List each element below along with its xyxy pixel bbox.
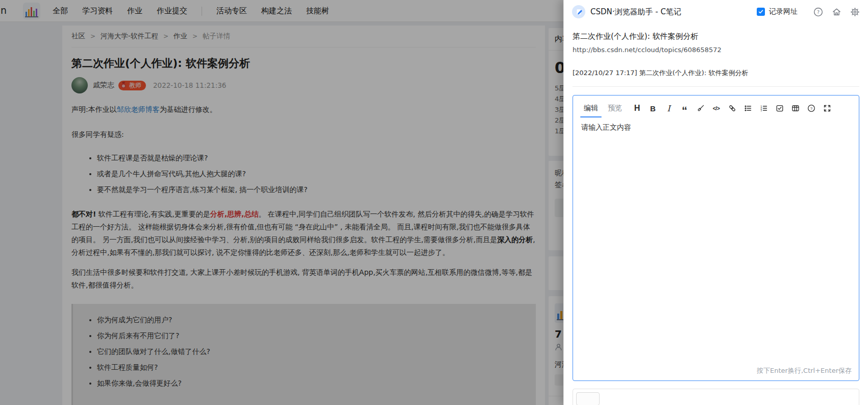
analysis-lead-bold: 都不对! — [71, 210, 96, 218]
sidebar-content-card: 内容 0 5星 4星 3星 2星 1星 — [549, 28, 563, 156]
tab-edit[interactable]: 编辑 — [581, 104, 601, 113]
breadcrumb-hohai-software[interactable]: 河海大学-软件工程 — [101, 32, 158, 41]
panel-header: CSDN·浏览器助手 - C笔记 记录网址 ? — [564, 0, 868, 23]
cnote-logo-icon — [572, 5, 585, 18]
community-thumbnail-image — [555, 303, 563, 323]
svg-text:3: 3 — [760, 109, 762, 112]
rating-row: 4星 — [555, 93, 563, 104]
editor-content-area[interactable]: 请输入正文内容 — [573, 115, 859, 140]
breadcrumb-community[interactable]: 社区 — [71, 32, 85, 41]
declaration-suffix: 为基础进行修改。 — [160, 105, 217, 113]
quote-block: 你为何成为它们的用户? 你为何后来有不用它们了? 它们的团队做对了什么,做错了什… — [71, 304, 536, 405]
note-timestamp: [2022/10/27 17:17] 第二次作业(个人作业): 软件案例分析 — [573, 68, 859, 78]
note-title: 第二次作业(个人作业): 软件案例分析 — [573, 32, 859, 41]
breadcrumb-separator: > — [192, 33, 197, 40]
community-name: 河海大学-软件工程 — [549, 360, 563, 369]
rating-row: 3星 — [555, 104, 563, 115]
editor-save-hint: 按下Enter换行,Ctrl+Enter保存 — [757, 366, 852, 375]
editor-help-button[interactable]: ? — [803, 102, 819, 115]
add-tag-chip[interactable] — [576, 392, 600, 405]
csdn-logo-fragment: n — [1, 5, 7, 16]
editor-toolbar: 编辑 预览 H B I “ </> — [573, 96, 859, 115]
sidebar-field-signature: 签名 — [549, 179, 563, 190]
bold-button[interactable]: B — [645, 102, 661, 115]
teacher-badge: 教师 — [118, 81, 146, 90]
sidebar-card-title: 内容 — [555, 34, 563, 44]
author-name[interactable]: 戚荣志 — [93, 81, 114, 90]
zouxin-blog-link[interactable]: 邹欣老师博客 — [117, 105, 160, 113]
analysis-paragraph: 都不对! 软件工程有理论,有实践,更重要的是分析,思辨,总结。 在课程中,同学们… — [71, 208, 536, 259]
list-item: 如果你来做,会做得更好么? — [97, 375, 536, 391]
gear-icon[interactable] — [850, 7, 860, 17]
blockquote-button[interactable]: “ — [677, 102, 692, 115]
help-icon[interactable]: ? — [813, 7, 823, 17]
record-url-label: 记录网址 — [769, 7, 798, 16]
breadcrumb-current: 帖子详情 — [203, 32, 230, 41]
nav-divider — [202, 7, 202, 16]
nav-item-homework[interactable]: 作业 — [127, 6, 142, 16]
code-button[interactable]: </> — [708, 102, 724, 115]
unordered-list-button[interactable] — [740, 102, 756, 115]
breadcrumb-homework[interactable]: 作业 — [173, 32, 187, 41]
author-row: 戚荣志 教师 2022-10-18 11:21:36 — [71, 77, 536, 93]
nav-item-study-material[interactable]: 学习资料 — [82, 6, 113, 16]
home-icon[interactable] — [832, 7, 841, 17]
life-paragraph: 我们生活中很多时候要和软件打交道, 大家上课开小差时候玩的手机游戏, 背英语单词… — [71, 266, 536, 292]
svg-text:?: ? — [810, 106, 812, 111]
community-tag-chip[interactable] — [555, 374, 563, 386]
link-button[interactable] — [724, 102, 740, 115]
rating-row: 2星 — [555, 115, 563, 126]
tag-box — [573, 389, 859, 405]
sidebar-ratings: 5星 4星 3星 2星 1星 — [549, 83, 563, 136]
breadcrumb: 社区 > 河海大学-软件工程 > 作业 > 帖子详情 — [71, 26, 536, 47]
analysis-bold2: 深入的分析 — [497, 235, 533, 244]
post-date: 2022-10-18 11:21:36 — [153, 81, 226, 89]
nav-item-skill-tree[interactable]: 技能树 — [306, 6, 329, 16]
record-url-checkbox[interactable]: 记录网址 — [757, 7, 798, 16]
sidebar-score: 0 — [549, 59, 563, 77]
panel-body: 第二次作业(个人作业): 软件案例分析 http://bbs.csdn.net/… — [564, 32, 868, 405]
fullscreen-button[interactable] — [819, 102, 835, 115]
intro-paragraph: 很多同学有疑惑: — [71, 128, 536, 141]
breadcrumb-separator: > — [163, 33, 168, 40]
sidebar-profile-card: 昵称 签名 — [549, 161, 563, 250]
divider — [549, 396, 563, 396]
italic-button[interactable]: I — [661, 102, 677, 115]
analysis-red-bold: 分析,思辨,总结 — [210, 210, 259, 218]
breadcrumb-separator: > — [90, 33, 95, 40]
top-nav: n 全部 学习资料 作业 作业提交 活动专区 构建之法 — [0, 0, 563, 22]
badge-label: 教师 — [129, 81, 141, 90]
ordered-list-button[interactable]: 1 2 3 — [756, 102, 772, 115]
nav-item-activity-zone[interactable]: 活动专区 — [216, 6, 247, 16]
task-list-button[interactable] — [772, 102, 787, 115]
table-button[interactable] — [787, 102, 803, 115]
list-item: 或者是几个牛人拼命写代码,其他人抱大腿的课? — [97, 166, 536, 182]
tab-preview[interactable]: 预览 — [605, 104, 625, 113]
member-count: 7 — [549, 328, 563, 340]
nav-item-homework-submit[interactable]: 作业提交 — [157, 6, 187, 16]
nav-item-build-method[interactable]: 构建之法 — [261, 6, 292, 16]
post-body: 声明:本作业以邹欣老师博客为基础进行修改。 很多同学有疑惑: 软件工程课是否就是… — [71, 103, 536, 405]
forum-page: n 全部 学习资料 作业 作业提交 活动专区 构建之法 — [0, 0, 563, 405]
format-brush-button[interactable] — [692, 102, 708, 115]
divider — [573, 86, 859, 87]
nav-item-all[interactable]: 全部 — [53, 6, 68, 16]
list-item: 软件工程课是否就是枯燥的理论课? — [97, 150, 536, 166]
sidebar-card — [549, 256, 563, 290]
checkbox-checked-icon[interactable] — [757, 8, 765, 16]
svg-text:?: ? — [817, 9, 820, 15]
sidebar-field-nickname: 昵称 — [549, 167, 563, 179]
screenshot-root: n 全部 学习资料 作业 作业提交 活动专区 构建之法 — [0, 0, 868, 405]
sidebar-button[interactable] — [555, 199, 563, 217]
note-editor: 编辑 预览 H B I “ </> — [573, 95, 859, 381]
heading-button[interactable]: H — [629, 102, 645, 115]
rating-row: 1星 — [555, 126, 563, 136]
member-icon — [555, 343, 562, 351]
panel-title: CSDN·浏览器助手 - C笔记 — [590, 7, 757, 17]
community-logo-icon[interactable] — [23, 3, 40, 19]
rating-row: 5星 — [555, 83, 563, 93]
chart-thumbnail-image — [23, 3, 40, 19]
author-avatar[interactable] — [71, 77, 88, 93]
quote-question-list: 你为何成为它们的用户? 你为何后来有不用它们了? 它们的团队做对了什么,做错了什… — [73, 312, 536, 391]
divider — [549, 50, 563, 51]
